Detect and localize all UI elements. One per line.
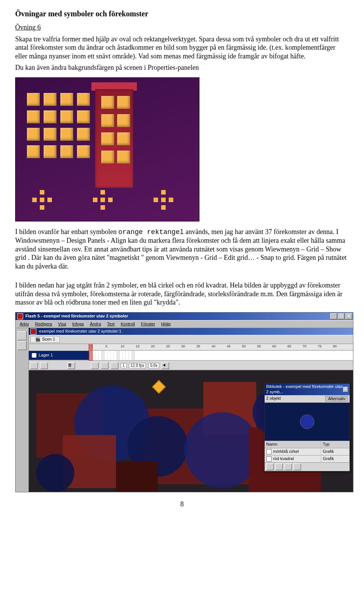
onion-2-icon[interactable] (101, 362, 108, 369)
library-footer (265, 462, 350, 471)
menu-text[interactable]: Text (104, 321, 117, 327)
library-options-button[interactable]: Alternativ (325, 396, 348, 402)
library-title-bar[interactable]: Bibliotek - exempel med förekomster utav… (265, 384, 350, 395)
library-col-name[interactable]: Namn (265, 441, 321, 448)
menu-visa[interactable]: Visa (55, 321, 69, 327)
flash-doc-icon (30, 328, 36, 335)
window-close-button[interactable]: ✕ (345, 313, 352, 319)
menu-arkiv[interactable]: Arkiv (17, 321, 31, 327)
library-col-type[interactable]: Typ (321, 441, 350, 448)
graphic-symbol-icon (266, 456, 271, 462)
onion-3-icon[interactable] (111, 362, 118, 369)
page-heading: Övningar med symboler och förekomster (15, 9, 349, 19)
library-row-1[interactable]: röd kvadrat Grafik (265, 455, 350, 462)
lib-new-symbol-icon[interactable] (266, 463, 274, 470)
current-frame: 1 (121, 363, 127, 369)
menu-hjalp[interactable]: Hjälp (158, 321, 173, 327)
scene-purple-illustration (15, 77, 199, 221)
preview-circle-icon (300, 415, 314, 429)
timeline-frames[interactable] (89, 351, 353, 360)
library-row-0[interactable]: mörkblå cirkel Grafik (265, 448, 350, 455)
page-number: 8 (15, 500, 349, 509)
paragraph-2: I bilden ovanför har enbart symbolen ora… (15, 228, 349, 271)
stage-canvas[interactable]: Bibliotek - exempel med förekomster utav… (29, 370, 353, 492)
menu-redigera[interactable]: Redigera (32, 321, 55, 327)
playhead[interactable] (89, 344, 93, 361)
timeline-status: 🗑 1 12.0 fps 0.0s ◄ (29, 361, 353, 370)
paragraph-1b: Du kan även ändra bakgrundsfärgen på sce… (15, 63, 349, 72)
flash-app-icon (17, 313, 23, 319)
window-title-bar: Flash 5 - exempel med förekomster utav 2… (16, 313, 353, 320)
scene-tab[interactable]: 🎬 Scen 1 (30, 336, 60, 343)
library-panel[interactable]: Bibliotek - exempel med förekomster utav… (264, 383, 350, 471)
flash-screenshot: Flash 5 - exempel med förekomster utav 2… (15, 312, 353, 493)
lib-props-icon[interactable] (284, 463, 292, 470)
tool-1[interactable] (17, 331, 27, 340)
scene-bar: 🎬 Scen 1 (29, 335, 353, 344)
library-count: 2 objekt (266, 396, 281, 402)
window-title: Flash 5 - exempel med förekomster utav 2… (25, 314, 128, 319)
tool-strip (16, 328, 29, 492)
layer-row[interactable]: Lager 1 (29, 351, 89, 360)
status-icon-2[interactable] (40, 362, 48, 369)
window-maximize-button[interactable]: ▢ (338, 313, 345, 319)
timeline-ruler: 1 5 10 15 20 25 30 35 40 45 50 55 60 65 … (89, 344, 353, 350)
code-symbol-name: orange rektangel (118, 228, 184, 236)
doc-title: exempel med förekomster utav 2 symboler:… (29, 328, 353, 335)
paragraph-3: I bilden nedan har jag utgått från 2 sym… (15, 281, 349, 307)
scroll-left-icon[interactable]: ◄ (162, 362, 169, 369)
library-preview (265, 403, 350, 441)
tool-2[interactable] (17, 341, 27, 350)
lib-trash-icon[interactable] (293, 463, 301, 470)
paragraph-1: Skapa tre valfria former med hjälp av ov… (15, 35, 349, 61)
layer-label: Lager 1 (39, 353, 53, 358)
trash-icon[interactable]: 🗑 (67, 362, 75, 369)
status-icon-1[interactable] (30, 362, 38, 369)
exercise-label: Övning 6 (15, 24, 41, 31)
library-header: Namn Typ (265, 441, 350, 448)
graphic-symbol-icon (266, 449, 271, 454)
fps-field: 12.0 fps (129, 363, 146, 369)
menu-andra[interactable]: Ändra (87, 321, 104, 327)
menu-fonster[interactable]: Fönster (138, 321, 158, 327)
window-minimize-button[interactable]: _ (330, 313, 337, 319)
lib-new-folder-icon[interactable] (275, 463, 283, 470)
library-close-button[interactable]: ✕ (343, 387, 348, 392)
timeline[interactable]: Lager 1 1 5 10 15 20 25 30 35 40 45 50 5… (29, 344, 353, 361)
menu-kontroll[interactable]: Kontroll (118, 321, 137, 327)
menubar: Arkiv Redigera Visa Infoga Ändra Text Ko… (16, 320, 353, 328)
library-title: Bibliotek - exempel med förekomster utav… (266, 384, 343, 395)
onion-1-icon[interactable] (91, 362, 99, 369)
menu-infoga[interactable]: Infoga (69, 321, 86, 327)
time-field: 0.0s (148, 363, 159, 369)
